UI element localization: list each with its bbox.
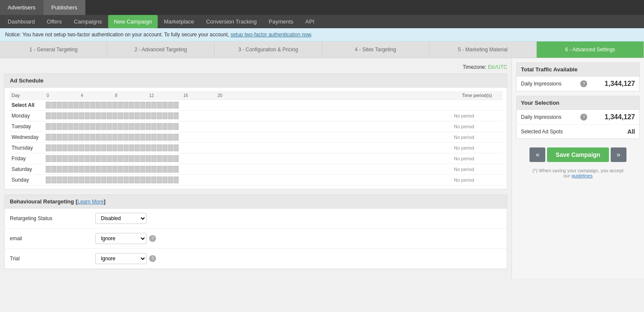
wizard-step-6[interactable]: 6 - Advanced Settings — [537, 41, 644, 58]
time-cell[interactable] — [46, 102, 51, 109]
time-cell[interactable] — [135, 144, 140, 151]
time-cell[interactable] — [157, 144, 162, 151]
time-cell[interactable] — [140, 102, 145, 109]
time-cell[interactable] — [129, 155, 134, 162]
time-cell[interactable] — [74, 166, 79, 173]
time-cell[interactable] — [57, 155, 62, 162]
time-cell[interactable] — [85, 123, 90, 130]
time-cell[interactable] — [96, 155, 101, 162]
time-cell[interactable] — [168, 102, 173, 109]
time-cell[interactable] — [151, 155, 156, 162]
time-cell[interactable] — [118, 134, 123, 141]
time-cell[interactable] — [101, 177, 106, 183]
time-cell[interactable] — [135, 177, 140, 183]
time-cell[interactable] — [129, 134, 134, 141]
time-cell[interactable] — [85, 166, 90, 173]
time-cell[interactable] — [140, 166, 145, 173]
time-cell[interactable] — [162, 112, 168, 119]
time-cell[interactable] — [157, 155, 162, 162]
time-cell[interactable] — [146, 155, 151, 162]
time-cell[interactable] — [101, 123, 106, 130]
time-cell[interactable] — [124, 155, 129, 162]
nav-payments[interactable]: Payments — [263, 15, 300, 28]
time-cell[interactable] — [79, 155, 84, 162]
time-cell[interactable] — [124, 123, 129, 130]
time-cell[interactable] — [135, 102, 140, 109]
time-cell[interactable] — [118, 102, 123, 109]
advertisers-tab[interactable]: Advertisers — [0, 0, 44, 15]
total-impressions-help[interactable]: ? — [580, 80, 587, 87]
time-cell[interactable] — [146, 112, 151, 119]
time-cell[interactable] — [96, 134, 101, 141]
time-cell[interactable] — [68, 112, 73, 119]
time-cell[interactable] — [168, 177, 173, 183]
time-cell[interactable] — [157, 166, 162, 173]
time-cell[interactable] — [146, 177, 151, 183]
time-cell[interactable] — [101, 102, 106, 109]
time-cell[interactable] — [112, 112, 118, 119]
time-cell[interactable] — [151, 112, 156, 119]
time-cell[interactable] — [68, 155, 73, 162]
time-cell[interactable] — [112, 144, 118, 151]
time-cell[interactable] — [46, 134, 51, 141]
wizard-step-2[interactable]: 2 - Advanced Targeting — [107, 41, 215, 58]
time-cell[interactable] — [57, 177, 62, 183]
retargeting-status-select[interactable]: Disabled Enabled — [95, 213, 147, 224]
time-cell[interactable] — [57, 166, 62, 173]
time-cell[interactable] — [135, 166, 140, 173]
time-cell[interactable] — [162, 144, 168, 151]
time-cell[interactable] — [146, 134, 151, 141]
learn-more-link[interactable]: Learn More — [77, 199, 103, 205]
time-cell[interactable] — [79, 177, 84, 183]
time-cell[interactable] — [46, 177, 51, 183]
save-campaign-button[interactable]: Save Campaign — [547, 147, 609, 162]
time-cell[interactable] — [68, 134, 73, 141]
time-cell[interactable] — [107, 144, 112, 151]
time-cell[interactable] — [68, 123, 73, 130]
time-cell[interactable] — [118, 123, 123, 130]
time-cell[interactable] — [157, 123, 162, 130]
time-cell[interactable] — [146, 144, 151, 151]
time-cell[interactable] — [90, 134, 95, 141]
time-cell[interactable] — [118, 177, 123, 183]
time-cell[interactable] — [124, 177, 129, 183]
time-cell[interactable] — [173, 177, 179, 183]
time-cell[interactable] — [62, 155, 68, 162]
time-cell[interactable] — [74, 112, 79, 119]
time-cell[interactable] — [85, 112, 90, 119]
time-cell[interactable] — [129, 144, 134, 151]
time-cell[interactable] — [157, 134, 162, 141]
time-cell[interactable] — [107, 102, 112, 109]
time-cell[interactable] — [157, 177, 162, 183]
time-cell[interactable] — [101, 134, 106, 141]
time-cell[interactable] — [162, 123, 168, 130]
email-help-icon[interactable]: ? — [149, 235, 156, 242]
time-cell[interactable] — [85, 134, 90, 141]
time-cell[interactable] — [96, 166, 101, 173]
time-cell[interactable] — [124, 102, 129, 109]
time-cell[interactable] — [140, 123, 145, 130]
time-cell[interactable] — [51, 134, 56, 141]
time-cell[interactable] — [68, 166, 73, 173]
time-cell[interactable] — [168, 144, 173, 151]
time-cell[interactable] — [129, 166, 134, 173]
next-button[interactable]: » — [611, 147, 626, 162]
time-cell[interactable] — [173, 123, 179, 130]
time-cell[interactable] — [151, 123, 156, 130]
time-cell[interactable] — [124, 112, 129, 119]
time-cell[interactable] — [51, 166, 56, 173]
time-cell[interactable] — [101, 112, 106, 119]
time-cell[interactable] — [112, 155, 118, 162]
time-cell[interactable] — [129, 112, 134, 119]
time-cell[interactable] — [146, 102, 151, 109]
notice-link[interactable]: setup two-factor authentication now — [230, 32, 311, 38]
time-cell[interactable] — [46, 123, 51, 130]
wizard-step-3[interactable]: 3 - Configuration & Pricing — [215, 41, 322, 58]
time-cell[interactable] — [162, 177, 168, 183]
time-cell[interactable] — [51, 177, 56, 183]
publishers-tab[interactable]: Publishers — [44, 0, 85, 15]
time-cell[interactable] — [151, 134, 156, 141]
time-cell[interactable] — [129, 177, 134, 183]
guidelines-link[interactable]: guidelines — [571, 173, 593, 178]
time-cell[interactable] — [90, 102, 95, 109]
